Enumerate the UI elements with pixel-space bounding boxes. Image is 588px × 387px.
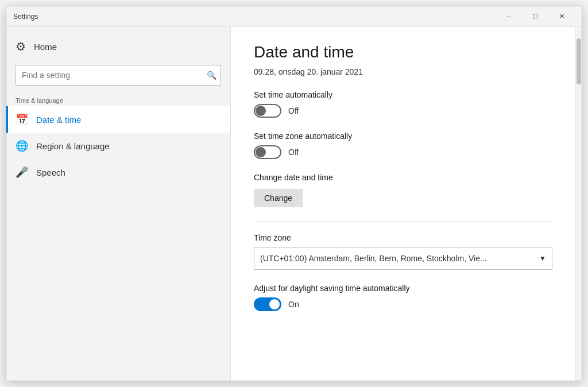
timezone-section: Time zone (UTC+01:00) Amsterdam, Berlin,… bbox=[254, 233, 552, 270]
set-timezone-auto-label: Set time zone automatically bbox=[254, 131, 552, 141]
page-title: Date and time bbox=[254, 43, 552, 61]
close-button[interactable]: ✕ bbox=[548, 6, 575, 27]
date-time-icon: 📅 bbox=[16, 113, 28, 126]
home-label: Home bbox=[34, 42, 57, 52]
title-bar: Settings ─ ☐ ✕ bbox=[6, 6, 582, 27]
set-timezone-auto-toggle[interactable] bbox=[254, 145, 281, 159]
minimize-button[interactable]: ─ bbox=[496, 6, 522, 27]
change-datetime-section: Change date and time Change bbox=[254, 173, 552, 207]
search-box-wrapper: 🔍 bbox=[6, 60, 230, 92]
scrollbar[interactable] bbox=[575, 27, 582, 381]
set-time-auto-toggle-row: Off bbox=[254, 104, 552, 118]
timezone-select-wrapper: (UTC+01:00) Amsterdam, Berlin, Bern, Rom… bbox=[254, 247, 552, 270]
home-nav-item[interactable]: ⚙ Home bbox=[6, 33, 230, 60]
set-time-auto-section: Set time automatically Off bbox=[254, 90, 552, 118]
search-icon-button[interactable]: 🔍 bbox=[207, 71, 216, 80]
date-time-label: Date & time bbox=[36, 115, 81, 125]
scrollbar-thumb[interactable] bbox=[577, 38, 581, 84]
sidebar-item-speech[interactable]: 🎤 Speech bbox=[6, 159, 230, 185]
daylight-saving-label: Adjust for daylight saving time automati… bbox=[254, 284, 552, 293]
toggle-thumb-2 bbox=[256, 147, 266, 157]
set-time-auto-state: Off bbox=[288, 106, 299, 115]
toggle-thumb-3 bbox=[269, 299, 280, 309]
toggle-thumb bbox=[256, 106, 266, 116]
search-wrapper: 🔍 bbox=[16, 65, 221, 86]
set-time-auto-label: Set time automatically bbox=[254, 90, 552, 99]
set-timezone-auto-section: Set time zone automatically Off bbox=[254, 131, 552, 159]
set-timezone-auto-state: Off bbox=[288, 148, 299, 157]
daylight-saving-toggle-row: On bbox=[254, 297, 552, 311]
daylight-saving-state: On bbox=[288, 300, 299, 309]
section-label: Time & language bbox=[6, 92, 230, 106]
content-panel: Date and time 09.28, onsdag 20. januar 2… bbox=[230, 27, 575, 381]
speech-label: Speech bbox=[36, 168, 65, 177]
speech-icon: 🎤 bbox=[16, 166, 28, 179]
search-input[interactable] bbox=[16, 65, 221, 86]
window-title: Settings bbox=[13, 13, 496, 21]
timezone-label: Time zone bbox=[254, 233, 552, 242]
home-icon: ⚙ bbox=[16, 40, 26, 53]
main-content: ⚙ Home 🔍 Time & language 📅 Date & time 🌐… bbox=[6, 27, 582, 381]
sidebar-item-region[interactable]: 🌐 Region & language bbox=[6, 133, 230, 159]
maximize-button[interactable]: ☐ bbox=[522, 6, 548, 27]
region-label: Region & language bbox=[36, 141, 110, 151]
current-datetime: 09.28, onsdag 20. januar 2021 bbox=[254, 67, 552, 76]
sidebar-item-date-time[interactable]: 📅 Date & time bbox=[6, 106, 230, 133]
set-time-auto-toggle[interactable] bbox=[254, 104, 281, 118]
window-controls: ─ ☐ ✕ bbox=[496, 6, 575, 27]
region-icon: 🌐 bbox=[16, 140, 28, 152]
change-button[interactable]: Change bbox=[254, 189, 303, 207]
sidebar: ⚙ Home 🔍 Time & language 📅 Date & time 🌐… bbox=[6, 27, 230, 381]
set-timezone-auto-toggle-row: Off bbox=[254, 145, 552, 159]
timezone-select[interactable]: (UTC+01:00) Amsterdam, Berlin, Bern, Rom… bbox=[254, 247, 552, 270]
daylight-saving-section: Adjust for daylight saving time automati… bbox=[254, 284, 552, 311]
change-datetime-label: Change date and time bbox=[254, 173, 552, 182]
settings-window: Settings ─ ☐ ✕ ⚙ Home 🔍 Time & language … bbox=[6, 6, 582, 381]
daylight-saving-toggle[interactable] bbox=[254, 297, 281, 311]
divider bbox=[254, 221, 552, 222]
